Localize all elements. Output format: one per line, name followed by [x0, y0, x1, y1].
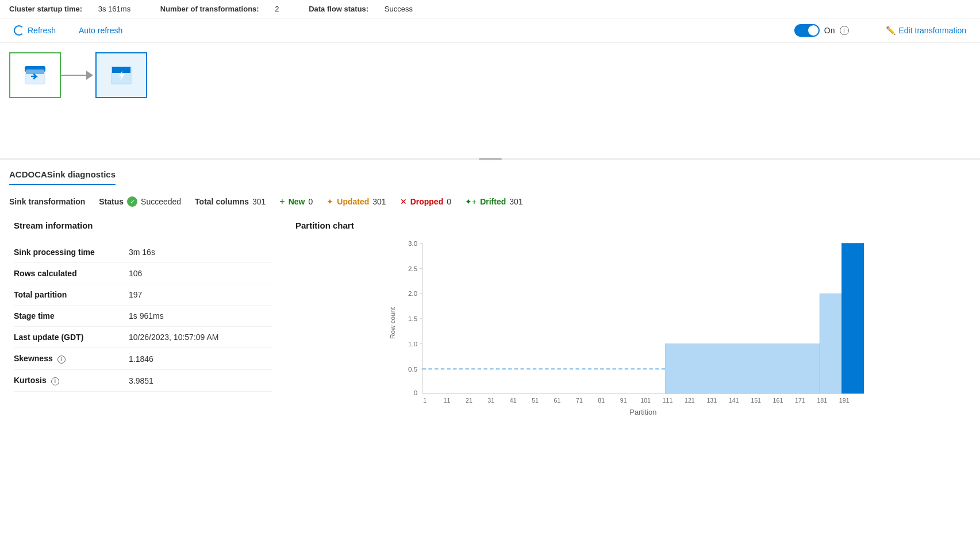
svg-text:151: 151	[751, 397, 761, 404]
total-columns-value: 301	[252, 197, 266, 206]
arrow-line	[61, 75, 86, 76]
divider-handle	[479, 158, 502, 160]
sink-transformation-stat: Sink transformation	[9, 197, 85, 206]
toggle-slider	[794, 24, 820, 37]
flow-arrow	[61, 71, 95, 80]
data-flow-status-label: Data flow status:	[309, 5, 368, 13]
drifted-stat: ✦+ Drifted 301	[465, 197, 523, 206]
rows-calculated-val: 106	[129, 269, 142, 278]
cluster-startup: Cluster startup time: 3s 161ms	[9, 5, 147, 13]
edit-label: Edit transformation	[899, 26, 967, 35]
info-row-last-update: Last update (GDT) 10/26/2023, 10:57:09 A…	[14, 327, 272, 348]
new-plus-icon: +	[279, 196, 285, 207]
svg-text:1.0: 1.0	[408, 340, 418, 347]
dropped-x-icon: ✕	[400, 197, 407, 206]
dropped-value: 0	[447, 197, 451, 206]
stats-bar: Sink transformation Status ✓ Succeeded T…	[9, 196, 971, 207]
stream-info-title: Stream information	[14, 221, 272, 230]
svg-text:181: 181	[817, 397, 827, 404]
stream-info-table: Sink processing time 3m 16s Rows calcula…	[14, 242, 272, 392]
info-row-rows-calculated: Rows calculated 106	[14, 263, 272, 284]
drifted-star-plus-icon: ✦+	[465, 197, 476, 206]
status-check-icon: ✓	[127, 196, 137, 207]
top-bar: Cluster startup time: 3s 161ms Number of…	[0, 0, 980, 18]
svg-text:71: 71	[576, 397, 583, 404]
updated-star-icon: ✦	[326, 197, 333, 206]
sink-node-icon	[107, 61, 135, 89]
sink-processing-time-key: Sink processing time	[14, 248, 129, 257]
svg-text:61: 61	[554, 397, 561, 404]
drifted-value: 301	[509, 197, 522, 206]
toggle-info-icon[interactable]: i	[840, 26, 849, 35]
rows-calculated-key: Rows calculated	[14, 269, 129, 278]
canvas-area	[0, 43, 980, 158]
skewness-key: Skewness i	[14, 354, 129, 364]
source-node[interactable]	[9, 52, 61, 98]
svg-text:161: 161	[773, 397, 783, 404]
svg-text:0.5: 0.5	[408, 365, 418, 373]
total-columns-label: Total columns	[195, 197, 249, 206]
svg-text:11: 11	[444, 397, 451, 404]
dropped-stat: ✕ Dropped 0	[400, 197, 451, 206]
refresh-label: Refresh	[28, 26, 56, 35]
bar-191-200	[841, 244, 863, 393]
arrow-head	[86, 71, 93, 80]
svg-text:2.5: 2.5	[408, 265, 418, 272]
info-row-sink-processing-time: Sink processing time 3m 16s	[14, 242, 272, 263]
sink-node[interactable]	[95, 52, 147, 98]
svg-rect-4	[26, 69, 44, 74]
diagnostics-title: ACDOCASink diagnostics	[9, 169, 116, 185]
info-row-kurtosis: Kurtosis i 3.9851	[14, 370, 272, 392]
drifted-label: Drifted	[480, 197, 506, 206]
cluster-startup-value: 3s 161ms	[98, 5, 130, 13]
data-flow-status-value: Success	[385, 5, 413, 13]
status-value: Succeeded	[141, 197, 181, 206]
source-node-icon	[21, 61, 49, 89]
chart-title: Partition chart	[295, 221, 966, 230]
partition-chart-svg: 3.0 2.5 2.0 1.5 1.0 0.5	[295, 237, 966, 421]
info-row-skewness: Skewness i 1.1846	[14, 348, 272, 370]
total-partition-key: Total partition	[14, 290, 129, 299]
updated-stat: ✦ Updated 301	[326, 197, 386, 206]
svg-text:Row count: Row count	[389, 307, 396, 339]
svg-text:41: 41	[510, 397, 517, 404]
svg-text:111: 111	[663, 397, 673, 404]
svg-text:31: 31	[487, 397, 494, 404]
num-transformations-label: Number of transformations:	[160, 5, 259, 13]
auto-refresh-button[interactable]: Auto refresh	[74, 24, 127, 37]
total-columns-stat: Total columns 301	[195, 197, 266, 206]
toggle-container: On i	[794, 24, 849, 37]
svg-rect-7	[112, 67, 130, 73]
stage-time-val: 1s 961ms	[129, 311, 164, 320]
kurtosis-info-icon[interactable]: i	[51, 377, 59, 385]
svg-text:131: 131	[706, 397, 717, 404]
svg-text:101: 101	[640, 397, 651, 404]
refresh-button[interactable]: Refresh	[9, 23, 60, 38]
stream-info-panel: Stream information Sink processing time …	[14, 221, 272, 421]
edit-transformation-button[interactable]: ✏️ Edit transformation	[881, 24, 971, 37]
refresh-icon	[14, 25, 24, 36]
toggle-state-label: On	[824, 26, 835, 35]
data-flow-status: Data flow status: Success	[309, 5, 426, 13]
updated-value: 301	[372, 197, 386, 206]
cluster-startup-label: Cluster startup time:	[9, 5, 82, 13]
svg-text:171: 171	[795, 397, 805, 404]
num-transformations-value: 2	[275, 5, 279, 13]
svg-text:141: 141	[729, 397, 739, 404]
svg-text:81: 81	[598, 397, 605, 404]
kurtosis-key: Kurtosis i	[14, 376, 129, 385]
new-value: 0	[308, 197, 313, 206]
skewness-info-icon[interactable]: i	[57, 356, 66, 364]
bar-181-191	[820, 293, 841, 393]
auto-refresh-toggle[interactable]	[794, 24, 820, 37]
status-label: Status	[99, 197, 124, 206]
total-partition-val: 197	[129, 290, 142, 299]
edit-icon: ✏️	[886, 26, 896, 35]
svg-text:0: 0	[414, 389, 418, 396]
stage-time-key: Stage time	[14, 311, 129, 320]
bar-111-181	[665, 344, 820, 393]
svg-text:2.0: 2.0	[408, 289, 418, 297]
status-stat: Status ✓ Succeeded	[99, 196, 181, 207]
info-row-stage-time: Stage time 1s 961ms	[14, 306, 272, 327]
svg-text:1: 1	[423, 397, 426, 404]
